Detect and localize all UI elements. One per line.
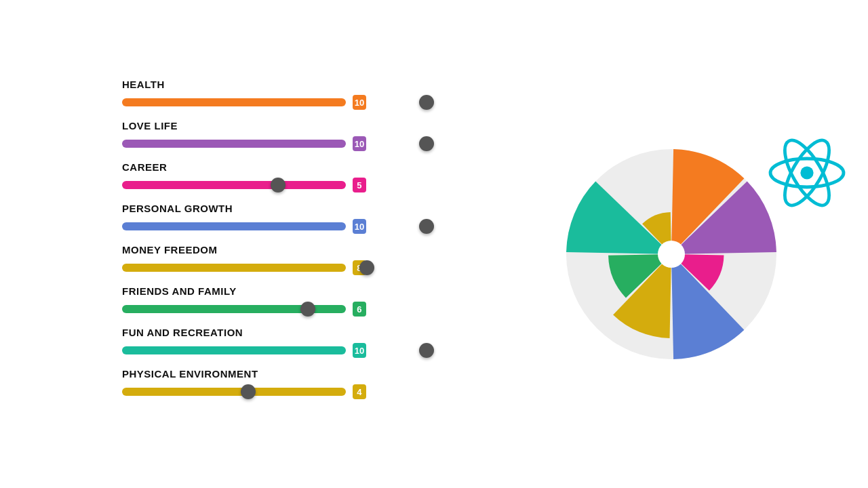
slider-track-container-physical-env: 4 — [122, 384, 366, 400]
slider-thumb-physical-env[interactable] — [241, 384, 256, 399]
slider-track-container-love-life: 10 — [122, 136, 366, 152]
slider-row-personal-growth: PERSONAL GROWTH10 — [122, 203, 366, 235]
slider-track-personal-growth[interactable] — [122, 222, 346, 230]
slider-label-money-freedom: MONEY FREEDOM — [122, 244, 366, 256]
slider-row-career: CAREER5 — [122, 161, 366, 193]
slider-label-friends-family: FRIENDS AND FAMILY — [122, 285, 366, 297]
slider-thumb-fun-recreation[interactable] — [419, 343, 434, 358]
slider-label-physical-env: PHYSICAL ENVIRONMENT — [122, 368, 366, 380]
slider-thumb-friends-family[interactable] — [300, 302, 315, 317]
slider-track-physical-env[interactable] — [122, 388, 346, 396]
slider-track-container-career: 5 — [122, 177, 366, 193]
slider-track-money-freedom[interactable] — [122, 264, 346, 272]
right-panel — [475, 119, 868, 369]
slider-track-friends-family[interactable] — [122, 305, 346, 313]
slider-badge-friends-family: 6 — [353, 302, 366, 317]
slider-track-career[interactable] — [122, 181, 346, 189]
slider-label-health: HEALTH — [122, 79, 366, 90]
slider-badge-love-life: 10 — [353, 136, 366, 151]
sliders-panel: HEALTH10LOVE LIFE10CAREER5PERSONAL GROWT… — [0, 52, 475, 436]
slider-label-career: CAREER — [122, 161, 366, 173]
slider-row-health: HEALTH10 — [122, 79, 366, 110]
slider-thumb-health[interactable] — [419, 95, 434, 110]
slider-track-love-life[interactable] — [122, 140, 346, 148]
slider-thumb-money-freedom[interactable] — [359, 260, 374, 275]
pie-chart — [556, 139, 787, 369]
slider-thumb-love-life[interactable] — [419, 136, 434, 151]
slider-label-fun-recreation: FUN AND RECREATION — [122, 327, 366, 338]
slider-label-personal-growth: PERSONAL GROWTH — [122, 203, 366, 214]
slider-row-money-freedom: MONEY FREEDOM8 — [122, 244, 366, 276]
slider-row-physical-env: PHYSICAL ENVIRONMENT4 — [122, 368, 366, 400]
slider-badge-personal-growth: 10 — [353, 219, 366, 234]
slider-label-love-life: LOVE LIFE — [122, 120, 366, 131]
slider-badge-career: 5 — [353, 178, 366, 192]
slider-row-love-life: LOVE LIFE10 — [122, 120, 366, 152]
slider-row-fun-recreation: FUN AND RECREATION10 — [122, 327, 366, 359]
slider-badge-fun-recreation: 10 — [353, 343, 366, 358]
svg-point-5 — [658, 241, 685, 268]
slider-track-fun-recreation[interactable] — [122, 346, 346, 354]
slider-track-container-money-freedom: 8 — [122, 260, 366, 276]
slider-row-friends-family: FRIENDS AND FAMILY6 — [122, 285, 366, 317]
slider-badge-physical-env: 4 — [353, 384, 366, 399]
slider-track-container-fun-recreation: 10 — [122, 342, 366, 359]
slider-track-container-personal-growth: 10 — [122, 218, 366, 235]
slider-thumb-career[interactable] — [271, 178, 285, 192]
slider-badge-health: 10 — [353, 95, 366, 110]
slider-track-health[interactable] — [122, 98, 346, 106]
slider-track-container-friends-family: 6 — [122, 301, 366, 317]
slider-track-container-health: 10 — [122, 94, 366, 110]
svg-point-3 — [800, 166, 813, 179]
slider-thumb-personal-growth[interactable] — [419, 219, 434, 234]
